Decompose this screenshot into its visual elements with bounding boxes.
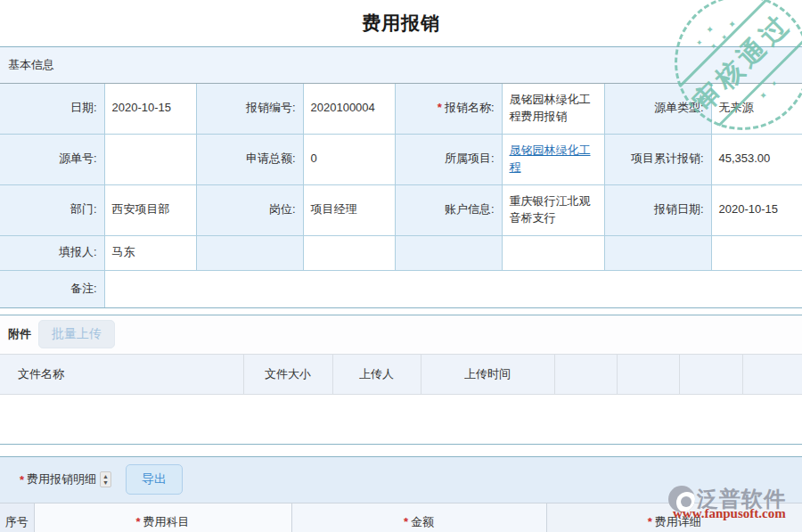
empty-label-cell <box>604 235 711 270</box>
field-value-post: 项目经理 <box>303 184 395 235</box>
attach-col-file-size: 文件大小 <box>243 354 332 394</box>
expense-detail-section: * 费用报销明细 ▲ ▼ 导出 序号 *费用科目 *金额 *费用详细 <box>0 456 802 532</box>
field-value-filler: 马东 <box>104 235 196 270</box>
field-label-apply-total: 申请总额: <box>196 134 303 184</box>
empty-label-cell <box>395 235 502 270</box>
attachments-toolbar: 附件 批量上传 <box>0 315 802 354</box>
empty-label-cell <box>196 235 303 270</box>
basic-info-section: 基本信息 日期: 2020-10-15 报销编号: 2020100004 *报销… <box>0 46 802 308</box>
required-mark: * <box>438 101 442 114</box>
attach-col-empty <box>554 354 617 394</box>
attach-col-empty <box>679 354 742 394</box>
expense-detail-title: 费用报销明细 <box>27 471 96 487</box>
basic-info-header: 基本信息 <box>0 47 802 84</box>
field-label-source-no: 源单号: <box>0 134 104 184</box>
expense-reimbursement-page: 费用报销 基本信息 日期: 2020-10-15 报销编号: 202010000… <box>0 0 802 532</box>
empty-value-cell <box>303 235 395 270</box>
field-label-date: 日期: <box>0 84 104 134</box>
field-value-remark <box>104 270 802 307</box>
field-label-project-total: 项目累计报销: <box>604 134 711 184</box>
detail-col-detail: *费用详细 <box>546 503 802 532</box>
field-value-source-no <box>104 134 196 184</box>
field-label-filler: 填报人: <box>0 235 104 270</box>
attach-col-upload-time: 上传时间 <box>421 354 554 394</box>
field-label-post: 岗位: <box>196 184 303 235</box>
page-title: 费用报销 <box>0 0 802 46</box>
field-value-doc-no: 2020100004 <box>303 84 395 134</box>
field-value-project-total: 45,353.00 <box>711 134 802 184</box>
attach-col-file-name: 文件名称 <box>0 354 243 394</box>
attachments-section: 附件 批量上传 文件名称 文件大小 上传人 上传时间 <box>0 315 802 445</box>
attach-col-empty <box>617 354 679 394</box>
basic-info-table: 日期: 2020-10-15 报销编号: 2020100004 *报销名称: 晟… <box>0 84 802 308</box>
required-mark: * <box>404 515 408 528</box>
expense-detail-header-row: 序号 *费用科目 *金额 *费用详细 <box>0 503 802 532</box>
export-button[interactable]: 导出 <box>126 464 183 495</box>
field-value-apply-total: 0 <box>303 134 395 184</box>
attachments-label: 附件 <box>8 326 31 342</box>
field-value-source-type: 无来源 <box>711 84 802 134</box>
attachments-header-row: 文件名称 文件大小 上传人 上传时间 <box>0 354 802 395</box>
field-label-dept: 部门: <box>0 184 104 235</box>
sort-asc-icon: ▲ <box>102 473 109 479</box>
field-value-date: 2020-10-15 <box>104 84 196 134</box>
attach-col-uploader: 上传人 <box>332 354 421 394</box>
field-value-account: 重庆银行江北观音桥支行 <box>502 184 604 235</box>
detail-col-amount: *金额 <box>291 503 546 532</box>
attach-col-empty <box>742 354 802 394</box>
required-mark: * <box>20 473 24 487</box>
required-mark: * <box>135 515 140 528</box>
expense-detail-titlebar: * 费用报销明细 ▲ ▼ 导出 <box>0 457 802 503</box>
field-value-project: 晟铭园林绿化工程 <box>502 134 604 184</box>
field-label-source-type: 源单类型: <box>604 84 711 134</box>
field-value-expense-date: 2020-10-15 <box>711 184 802 235</box>
field-value-name: 晟铭园林绿化工程费用报销 <box>502 84 604 134</box>
sort-toggle-icon[interactable]: ▲ ▼ <box>100 471 111 487</box>
batch-upload-button[interactable]: 批量上传 <box>38 320 115 348</box>
detail-col-subject: *费用科目 <box>34 503 291 532</box>
field-label-expense-date: 报销日期: <box>604 184 711 235</box>
sort-desc-icon: ▼ <box>102 479 109 486</box>
empty-value-cell <box>502 235 604 270</box>
required-mark: * <box>648 515 652 528</box>
project-link[interactable]: 晟铭园林绿化工程 <box>510 143 591 174</box>
field-label-project: 所属项目: <box>395 134 502 184</box>
field-label-account: 账户信息: <box>395 184 502 235</box>
field-value-dept: 西安项目部 <box>104 184 196 235</box>
field-label-remark: 备注: <box>0 270 104 307</box>
field-label-doc-no: 报销编号: <box>196 84 303 134</box>
empty-value-cell <box>711 235 802 270</box>
detail-col-seq: 序号 <box>0 503 34 532</box>
attachments-empty-body <box>0 395 802 444</box>
field-label-name: *报销名称: <box>395 84 502 134</box>
